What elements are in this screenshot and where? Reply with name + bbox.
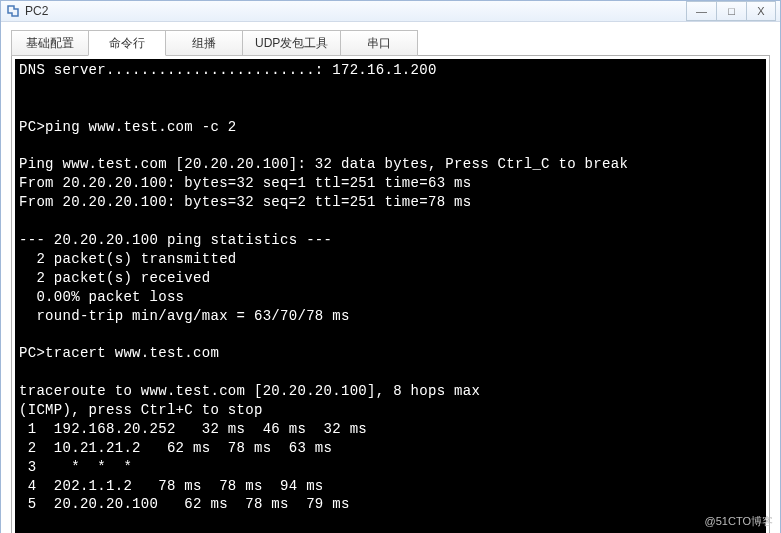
tab-serial[interactable]: 串口	[340, 30, 418, 56]
terminal-wrapper: DNS server........................: 172.…	[11, 55, 770, 533]
tab-command-line[interactable]: 命令行	[88, 30, 166, 56]
window-controls: — □ X	[686, 1, 776, 21]
window-title: PC2	[25, 4, 686, 18]
app-window: PC2 — □ X 基础配置 命令行 组播 UDP发包工具 串口 DNS ser…	[0, 0, 781, 533]
tab-udp-tool[interactable]: UDP发包工具	[242, 30, 341, 56]
maximize-button[interactable]: □	[716, 1, 746, 21]
app-icon	[5, 3, 21, 19]
close-button[interactable]: X	[746, 1, 776, 21]
tab-basic-config[interactable]: 基础配置	[11, 30, 89, 56]
tab-multicast[interactable]: 组播	[165, 30, 243, 56]
tabs-row: 基础配置 命令行 组播 UDP发包工具 串口	[11, 30, 770, 56]
content-area: 基础配置 命令行 组播 UDP发包工具 串口 DNS server.......…	[1, 22, 780, 533]
terminal[interactable]: DNS server........................: 172.…	[15, 59, 766, 533]
minimize-button[interactable]: —	[686, 1, 716, 21]
titlebar[interactable]: PC2 — □ X	[1, 1, 780, 22]
